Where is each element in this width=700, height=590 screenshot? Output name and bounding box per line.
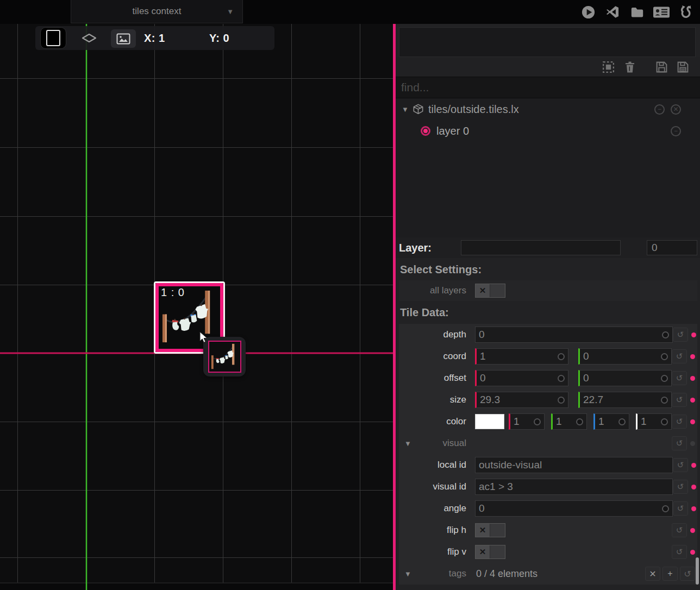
diamond-mode-button[interactable] <box>76 27 102 49</box>
vscode-button[interactable] <box>604 3 621 21</box>
reset-coord-button[interactable]: ↺ <box>672 349 687 363</box>
group-row-tags: ▼ tags 0 / 4 elements ✕ + ↺ <box>399 563 697 585</box>
reset-icon: ↺ <box>676 525 683 535</box>
color-r-input[interactable]: 1 <box>509 413 545 430</box>
find-input[interactable] <box>396 77 700 98</box>
tile-drag-preview-image <box>208 341 241 373</box>
cursor-x-label: X: 1 <box>144 26 165 50</box>
reset-flip-v-button[interactable]: ↺ <box>672 545 687 559</box>
delete-button[interactable] <box>622 60 637 74</box>
trash-icon <box>623 60 636 74</box>
tree-expand-icon[interactable]: ▼ <box>402 105 409 114</box>
image-icon <box>116 33 130 45</box>
checkbox-track <box>490 545 505 558</box>
panel-header-box <box>399 27 696 57</box>
reset-icon: ↺ <box>677 504 684 513</box>
flip-v-checkbox[interactable]: ✕ <box>475 545 505 559</box>
reset-icon: ↺ <box>676 352 683 361</box>
drag-knob[interactable] <box>661 353 668 360</box>
diamond-icon <box>82 33 97 43</box>
drag-knob[interactable] <box>534 418 541 425</box>
all-layers-checkbox[interactable]: ✕ <box>475 284 505 298</box>
angle-input[interactable]: 0 <box>475 500 673 517</box>
coord-x-input[interactable]: 1 <box>475 348 568 365</box>
tile-canvas[interactable]: X: 1 Y: 0 1 : 0 <box>0 24 395 590</box>
group-expand-icon[interactable]: ▼ <box>404 570 411 578</box>
angle-label: angle <box>399 503 471 514</box>
close-node-button[interactable]: ✕ <box>671 104 681 115</box>
local-id-input[interactable]: outside-visual <box>475 457 673 473</box>
top-right-toolbar <box>579 0 695 24</box>
reset-depth-button[interactable]: ↺ <box>673 328 688 342</box>
layer-name-input[interactable] <box>461 240 621 255</box>
select-mode-button[interactable] <box>40 27 66 49</box>
modified-indicator <box>690 528 695 533</box>
visual-id-input[interactable]: ac1 > 3 <box>475 479 673 495</box>
tags-clear-button[interactable]: ✕ <box>645 567 660 581</box>
group-row-visual[interactable]: ▼ visual ↺ <box>399 432 697 454</box>
image-mode-button[interactable] <box>111 29 136 48</box>
reset-local-id-button[interactable]: ↺ <box>673 458 688 472</box>
reset-size-button[interactable]: ↺ <box>672 393 687 407</box>
context-dropdown[interactable]: tiles context ▼ <box>71 0 243 23</box>
panel-scrollbar[interactable] <box>696 557 699 585</box>
tags-reset-button[interactable]: ↺ <box>680 567 695 581</box>
group-expand-icon[interactable]: ▼ <box>404 440 411 448</box>
drag-knob[interactable] <box>661 375 668 382</box>
offset-x-input[interactable]: 0 <box>475 370 568 386</box>
drag-knob[interactable] <box>558 397 565 404</box>
save-button[interactable] <box>654 60 669 74</box>
reset-visual-button[interactable]: ↺ <box>672 436 687 450</box>
id-card-button[interactable] <box>653 3 670 21</box>
coord-y-input[interactable]: 0 <box>578 348 672 365</box>
play-button[interactable] <box>579 3 597 21</box>
tile-data-heading: Tile Data: <box>400 306 449 319</box>
color-g-input[interactable]: 1 <box>551 413 587 430</box>
layer-active-radio[interactable] <box>421 126 430 136</box>
select-region-icon <box>602 60 615 74</box>
drag-knob[interactable] <box>662 505 669 512</box>
reset-color-button[interactable]: ↺ <box>672 415 687 429</box>
collapse-layer-button[interactable]: − <box>671 126 681 136</box>
tileset-file-label: tiles/outside.tiles.lx <box>428 103 519 116</box>
size-x-input[interactable]: 29.3 <box>475 392 568 408</box>
collapse-node-button[interactable]: − <box>654 104 665 115</box>
field-row-offset: offset 0 0 ↺ <box>399 367 697 389</box>
size-y-input[interactable]: 22.7 <box>578 392 672 408</box>
drag-knob[interactable] <box>661 418 668 425</box>
color-a-input[interactable]: 1 <box>636 413 672 430</box>
layer-index-input[interactable]: 0 <box>647 240 697 255</box>
offset-y-input[interactable]: 0 <box>578 370 672 386</box>
reset-visual-id-button[interactable]: ↺ <box>673 480 688 494</box>
drag-knob[interactable] <box>558 353 565 360</box>
tree-layer-row[interactable]: layer 0 − <box>396 120 700 142</box>
color-swatch[interactable] <box>475 414 504 429</box>
drag-knob[interactable] <box>662 331 669 338</box>
checkbox-track <box>490 524 505 537</box>
select-region-button[interactable] <box>601 60 616 74</box>
all-layers-row: all layers ✕ <box>399 280 697 301</box>
drag-knob[interactable] <box>576 418 583 425</box>
flip-h-checkbox[interactable]: ✕ <box>475 523 505 537</box>
reset-flip-h-button[interactable]: ↺ <box>672 523 687 537</box>
tile-editor-app: tiles context ▼ <box>0 0 700 590</box>
tool-logo-button[interactable] <box>677 3 695 21</box>
reset-angle-button[interactable]: ↺ <box>673 501 688 516</box>
color-b-input[interactable]: 1 <box>593 413 629 430</box>
layer-index-value: 0 <box>652 242 658 254</box>
tags-add-button[interactable]: + <box>662 567 678 581</box>
select-settings-heading: Select Settings: <box>400 263 482 276</box>
modified-indicator <box>690 376 695 381</box>
context-dropdown-label: tiles context <box>133 6 182 17</box>
reset-icon: ↺ <box>684 569 691 579</box>
flip-v-label: flip v <box>399 547 471 557</box>
depth-input[interactable]: 0 <box>475 327 673 343</box>
drag-knob[interactable] <box>558 375 565 382</box>
folder-button[interactable] <box>628 3 646 21</box>
tree-root-row[interactable]: ▼ tiles/outside.tiles.lx − ✕ <box>396 98 700 120</box>
reset-offset-button[interactable]: ↺ <box>672 371 687 385</box>
drag-knob[interactable] <box>618 418 626 425</box>
modified-indicator <box>690 398 695 403</box>
drag-knob[interactable] <box>661 397 668 404</box>
save-as-button[interactable] <box>676 60 690 74</box>
